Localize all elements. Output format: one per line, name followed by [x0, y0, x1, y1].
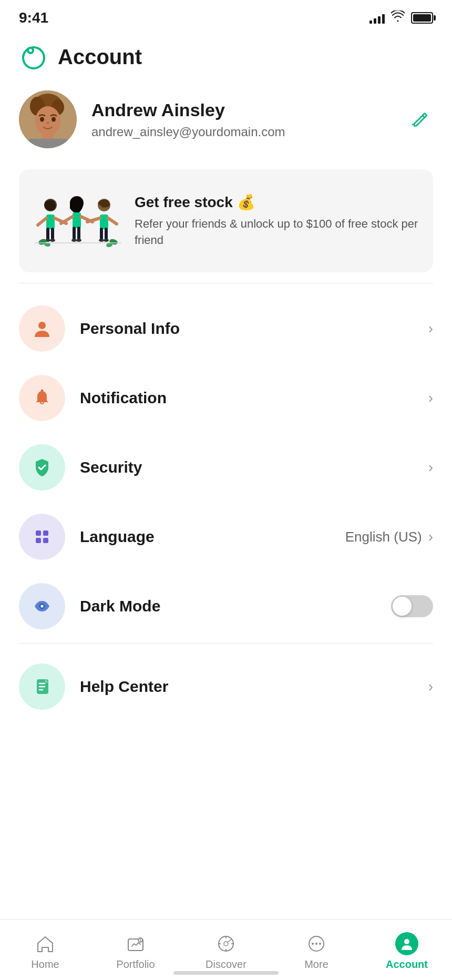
svg-rect-24: [73, 212, 81, 228]
referral-illustration: [19, 184, 135, 258]
language-value: English (US): [345, 529, 422, 545]
menu-item-help-center[interactable]: Help Center ›: [19, 652, 433, 721]
svg-point-27: [71, 239, 77, 242]
svg-rect-44: [36, 530, 41, 536]
account-nav-label: Account: [386, 958, 428, 971]
referral-title: Get free stock 💰: [135, 193, 418, 211]
discover-nav-icon: [214, 932, 238, 955]
portfolio-nav-icon: [124, 932, 147, 955]
status-icons: [369, 11, 433, 25]
security-icon-wrap: [19, 444, 65, 491]
svg-point-63: [319, 943, 321, 945]
svg-rect-14: [46, 215, 55, 229]
home-nav-label: Home: [31, 958, 59, 971]
app-logo: [19, 42, 48, 72]
signal-icon: [369, 12, 385, 24]
nav-item-more[interactable]: More: [271, 928, 362, 975]
personal-info-label: Personal Info: [80, 320, 428, 338]
status-time: 9:41: [19, 9, 48, 26]
discover-nav-label: Discover: [206, 958, 246, 971]
menu-item-language[interactable]: Language English (US) ›: [19, 502, 433, 571]
svg-point-61: [312, 943, 314, 945]
bell-icon: [32, 388, 52, 408]
page-title: Account: [58, 45, 142, 69]
divider-top: [19, 283, 433, 283]
svg-rect-10: [27, 139, 69, 148]
notification-label: Notification: [80, 389, 428, 407]
help-center-icon-wrap: [19, 663, 65, 710]
svg-point-43: [41, 390, 44, 392]
svg-point-42: [38, 322, 46, 329]
wifi-icon: [391, 11, 405, 25]
menu-item-security[interactable]: Security ›: [19, 433, 433, 502]
svg-point-18: [50, 239, 55, 242]
profile-name: Andrew Ainsley: [91, 100, 433, 120]
menu-item-personal-info[interactable]: Personal Info ›: [19, 294, 433, 363]
dark-mode-toggle[interactable]: [391, 595, 433, 617]
edit-profile-button[interactable]: [406, 105, 433, 134]
language-icon-wrap: [19, 514, 65, 560]
chevron-right-icon: ›: [428, 459, 433, 476]
svg-rect-16: [51, 228, 54, 240]
language-label: Language: [80, 528, 345, 546]
profile-email: andrew_ainsley@yourdomain.com: [91, 125, 433, 139]
chevron-right-icon: ›: [428, 390, 433, 406]
svg-rect-34: [105, 228, 108, 240]
avatar: [19, 90, 77, 148]
grid-icon: [32, 526, 53, 547]
battery-icon: [411, 12, 433, 24]
divider-bottom: [19, 643, 433, 644]
chevron-right-icon: ›: [428, 678, 433, 695]
svg-rect-47: [43, 538, 48, 543]
page-header: Account: [0, 32, 452, 80]
nav-item-home[interactable]: Home: [0, 928, 90, 975]
more-nav-icon: [305, 932, 328, 955]
shield-icon: [32, 457, 53, 478]
bottom-nav: Home Portfolio Discover: [0, 919, 452, 980]
help-section: Help Center ›: [0, 652, 452, 721]
svg-point-58: [224, 942, 228, 946]
document-icon: [32, 676, 53, 697]
svg-rect-33: [100, 228, 103, 240]
personal-info-icon-wrap: [19, 305, 65, 352]
profile-section: Andrew Ainsley andrew_ainsley@yourdomain…: [0, 80, 452, 159]
svg-point-28: [76, 239, 81, 242]
dark-mode-icon-wrap: [19, 583, 65, 629]
svg-point-35: [99, 239, 104, 242]
nav-item-discover[interactable]: Discover: [181, 928, 271, 975]
security-label: Security: [80, 458, 428, 476]
dark-mode-label: Dark Mode: [80, 597, 391, 615]
account-nav-icon: [395, 932, 418, 955]
chevron-right-icon: ›: [428, 320, 433, 337]
svg-point-49: [41, 605, 44, 608]
svg-point-36: [104, 239, 109, 242]
nav-item-account[interactable]: Account: [362, 928, 452, 975]
svg-point-11: [40, 117, 44, 122]
more-nav-label: More: [304, 958, 328, 971]
eye-icon: [32, 596, 53, 617]
home-nav-icon: [34, 932, 57, 955]
svg-rect-45: [43, 530, 48, 536]
menu-list: Personal Info › Notification › Security …: [0, 294, 452, 641]
svg-point-12: [52, 117, 56, 122]
referral-card[interactable]: Get free stock 💰 Refer your friends & un…: [19, 169, 433, 272]
status-bar: 9:41: [0, 0, 452, 32]
svg-rect-26: [77, 227, 80, 240]
svg-line-59: [228, 939, 232, 942]
profile-info: Andrew Ainsley andrew_ainsley@yourdomain…: [91, 100, 433, 139]
portfolio-nav-label: Portfolio: [116, 958, 155, 971]
toggle-circle: [393, 597, 412, 616]
referral-text: Get free stock 💰 Refer your friends & un…: [135, 193, 418, 249]
svg-point-57: [219, 936, 233, 951]
svg-rect-15: [46, 228, 49, 240]
nav-item-portfolio[interactable]: Portfolio: [90, 928, 181, 975]
svg-rect-25: [73, 227, 76, 240]
svg-point-64: [404, 939, 409, 944]
svg-point-8: [35, 106, 60, 136]
menu-item-dark-mode[interactable]: Dark Mode: [19, 571, 433, 641]
person-icon: [32, 318, 53, 339]
svg-point-62: [315, 943, 317, 945]
menu-item-notification[interactable]: Notification ›: [19, 363, 433, 433]
help-center-label: Help Center: [80, 678, 428, 696]
chevron-right-icon: ›: [428, 528, 433, 545]
